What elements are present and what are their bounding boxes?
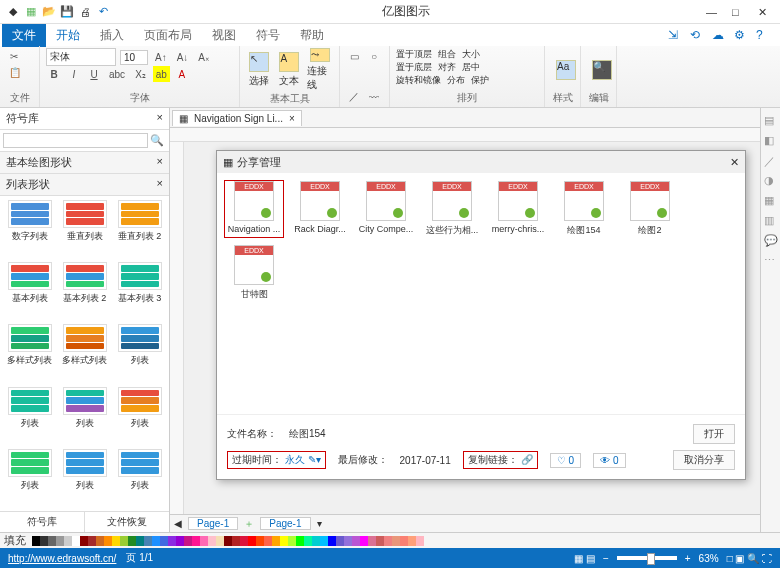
clear-format-icon[interactable]: Aₓ: [195, 49, 212, 65]
color-swatch[interactable]: [200, 536, 208, 546]
search-input[interactable]: [3, 133, 148, 148]
color-swatch[interactable]: [392, 536, 400, 546]
strike-icon[interactable]: abc: [106, 66, 128, 82]
panel-comments-icon[interactable]: 💬: [764, 234, 778, 248]
sidebar-tab-recover[interactable]: 文件恢复: [85, 512, 169, 532]
shape-item[interactable]: 基本列表: [4, 262, 55, 320]
file-item[interactable]: 这些行为相...: [423, 181, 481, 237]
color-swatch[interactable]: [32, 536, 40, 546]
color-swatch[interactable]: [320, 536, 328, 546]
settings-icon[interactable]: ⚙: [734, 28, 748, 42]
color-swatch[interactable]: [416, 536, 424, 546]
group-button[interactable]: 组合: [438, 48, 456, 61]
tab-insert[interactable]: 插入: [90, 24, 134, 47]
shape-item[interactable]: 列表: [114, 387, 165, 445]
canvas[interactable]: ▦ 分享管理 ✕ Navigation ...Rack Diagr...City…: [184, 142, 760, 514]
minimize-button[interactable]: —: [706, 6, 718, 18]
zoom-slider[interactable]: [617, 556, 677, 560]
share-icon[interactable]: ⟲: [690, 28, 704, 42]
page-tab-1[interactable]: Page-1: [188, 517, 238, 530]
shape-item[interactable]: 垂直列表 2: [114, 200, 165, 258]
tab-start[interactable]: 开始: [46, 24, 90, 47]
color-swatch[interactable]: [112, 536, 120, 546]
connector-tool[interactable]: ⤳连接线: [307, 48, 333, 92]
color-swatch[interactable]: [344, 536, 352, 546]
color-swatch[interactable]: [336, 536, 344, 546]
underline-icon[interactable]: U: [86, 66, 102, 82]
color-swatch[interactable]: [376, 536, 384, 546]
color-swatch[interactable]: [216, 536, 224, 546]
shape-line-icon[interactable]: ／: [346, 89, 362, 105]
page-prev-icon[interactable]: ◀: [174, 518, 182, 529]
status-url[interactable]: http://www.edrawsoft.cn/: [8, 553, 116, 564]
color-swatch[interactable]: [64, 536, 72, 546]
section-basic-shapes[interactable]: 基本绘图形状×: [0, 152, 169, 174]
lock-button[interactable]: 保护: [471, 74, 489, 87]
panel-fill-icon[interactable]: ◧: [764, 134, 778, 148]
font-color-icon[interactable]: A: [174, 66, 190, 82]
color-swatch[interactable]: [360, 536, 368, 546]
zoom-in-icon[interactable]: +: [685, 553, 691, 564]
shape-item[interactable]: 列表: [114, 324, 165, 382]
color-swatch[interactable]: [184, 536, 192, 546]
edit-button[interactable]: 🔍: [587, 48, 617, 91]
tab-symbol[interactable]: 符号: [246, 24, 290, 47]
rotate-button[interactable]: 旋转和镜像: [396, 74, 441, 87]
color-swatch[interactable]: [208, 536, 216, 546]
sidebar-tab-shapes[interactable]: 符号库: [0, 512, 85, 532]
select-tool[interactable]: ↖选择: [246, 48, 272, 92]
color-swatch[interactable]: [352, 536, 360, 546]
shape-item[interactable]: 基本列表 2: [59, 262, 110, 320]
color-swatch[interactable]: [272, 536, 280, 546]
text-tool[interactable]: A文本: [276, 48, 302, 92]
color-swatch[interactable]: [224, 536, 232, 546]
cloud-icon[interactable]: ☁: [712, 28, 726, 42]
color-swatch[interactable]: [400, 536, 408, 546]
shape-item[interactable]: 数字列表: [4, 200, 55, 258]
color-swatch[interactable]: [128, 536, 136, 546]
italic-icon[interactable]: I: [66, 66, 82, 82]
file-item[interactable]: 绘图2: [621, 181, 679, 237]
color-swatch[interactable]: [40, 536, 48, 546]
color-swatch[interactable]: [176, 536, 184, 546]
color-swatch[interactable]: [104, 536, 112, 546]
shape-item[interactable]: 列表: [114, 449, 165, 507]
shape-item[interactable]: 垂直列表: [59, 200, 110, 258]
export-icon[interactable]: ⇲: [668, 28, 682, 42]
align-button[interactable]: 对齐: [438, 61, 456, 74]
tab-layout[interactable]: 页面布局: [134, 24, 202, 47]
font-size-combo[interactable]: 10: [120, 50, 148, 65]
color-swatch[interactable]: [160, 536, 168, 546]
color-swatch[interactable]: [296, 536, 304, 546]
new-icon[interactable]: ▦: [24, 5, 38, 19]
zoom-out-icon[interactable]: −: [603, 553, 609, 564]
color-swatch[interactable]: [120, 536, 128, 546]
shape-circle-icon[interactable]: ○: [366, 48, 382, 64]
cancel-share-button[interactable]: 取消分享: [673, 450, 735, 470]
color-swatch[interactable]: [80, 536, 88, 546]
print-icon[interactable]: 🖨: [78, 5, 92, 19]
paste-icon[interactable]: ✂: [6, 48, 22, 64]
color-swatch[interactable]: [248, 536, 256, 546]
color-swatch[interactable]: [408, 536, 416, 546]
bring-front-button[interactable]: 置于顶层: [396, 48, 432, 61]
color-swatch[interactable]: [240, 536, 248, 546]
shape-item[interactable]: 多样式列表: [59, 324, 110, 382]
panel-line-icon[interactable]: ／: [764, 154, 778, 168]
maximize-button[interactable]: □: [732, 6, 744, 18]
color-swatch[interactable]: [168, 536, 176, 546]
color-swatch[interactable]: [304, 536, 312, 546]
color-swatch[interactable]: [144, 536, 152, 546]
size-button[interactable]: 大小: [462, 48, 480, 61]
tab-view[interactable]: 视图: [202, 24, 246, 47]
color-swatch[interactable]: [88, 536, 96, 546]
copy-icon[interactable]: 📋: [6, 64, 24, 80]
color-swatch[interactable]: [368, 536, 376, 546]
view-mode-icon[interactable]: ▦ ▤: [574, 553, 595, 564]
file-item[interactable]: City Compe...: [357, 181, 415, 237]
color-swatch[interactable]: [328, 536, 336, 546]
highlight-icon[interactable]: ab: [153, 66, 170, 82]
shape-curve-icon[interactable]: 〰: [366, 89, 382, 105]
subscript-icon[interactable]: X₂: [132, 66, 149, 82]
tab-help[interactable]: 帮助: [290, 24, 334, 47]
